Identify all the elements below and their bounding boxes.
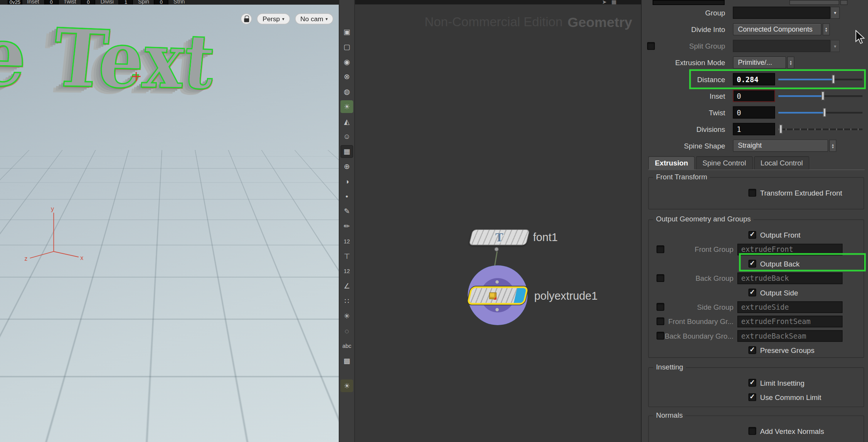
- network-topbar-clipped: ➤ ▦: [355, 0, 641, 4]
- output-front-checkbox[interactable]: ✓: [749, 231, 756, 239]
- shelf-value-box[interactable]: 0: [81, 0, 95, 4]
- checkbox-label: Transform Extruded Front: [760, 189, 842, 197]
- character-pose-icon[interactable]: ☺: [340, 130, 353, 143]
- distance-slider[interactable]: [778, 73, 862, 86]
- spine-shape-dropdown[interactable]: Straight: [733, 140, 828, 152]
- back-boundary-checkbox[interactable]: [656, 332, 664, 339]
- side-group-field[interactable]: extrudeSide: [737, 301, 843, 313]
- front-boundary-checkbox[interactable]: [656, 317, 664, 325]
- front-boundary-field[interactable]: extrudeFrontSeam: [737, 315, 843, 327]
- frame-count2-icon[interactable]: 12: [340, 265, 353, 278]
- shelf-value-box[interactable]: 0: [154, 0, 168, 4]
- pin-icon[interactable]: ⊤: [340, 250, 353, 263]
- group-dropdown-button[interactable]: ▾: [830, 7, 839, 19]
- back-group-checkbox[interactable]: [656, 274, 664, 282]
- divide-into-spinner[interactable]: ▴ ▾: [823, 23, 830, 35]
- inset-slider[interactable]: [778, 90, 862, 102]
- spine-shape-value: Straight: [738, 142, 762, 150]
- extruded-3d-text[interactable]: e Text: [0, 10, 218, 103]
- slider-handle[interactable]: [823, 108, 826, 117]
- split-group-dropdown-button[interactable]: ▾: [830, 40, 839, 52]
- image-plane-icon[interactable]: ▩: [340, 354, 353, 367]
- distance-field[interactable]: 0.284: [733, 73, 775, 86]
- display-options-icon[interactable]: ▣: [340, 25, 353, 38]
- perspective-menu[interactable]: Persp ▾: [257, 13, 290, 24]
- side-group-checkbox[interactable]: [656, 303, 664, 311]
- transform-extruded-front-checkbox[interactable]: [749, 189, 756, 197]
- plus-handle-icon[interactable]: ⊕: [340, 160, 353, 173]
- pointer-icon[interactable]: ➤: [602, 0, 607, 4]
- extrusion-mode-spinner[interactable]: ▴ ▾: [787, 56, 794, 69]
- slider-handle[interactable]: [779, 125, 782, 133]
- split-group-checkbox[interactable]: [647, 42, 655, 50]
- check-icon: ✓: [750, 288, 755, 295]
- viewport-light-icon[interactable]: ☀: [340, 380, 353, 392]
- font1-output-connector[interactable]: [495, 247, 499, 251]
- lock-camera-button[interactable]: [241, 13, 252, 24]
- world-space-icon[interactable]: ◍: [340, 85, 353, 98]
- front-transform-section: Front Transform Transform Extruded Front: [648, 177, 864, 209]
- polyextrude1-input-connector[interactable]: [495, 280, 499, 284]
- front-group-field[interactable]: extrudeFront: [737, 243, 843, 255]
- edit-pencil-icon[interactable]: ✎: [340, 205, 353, 218]
- polyextrude1-node[interactable]: [467, 287, 528, 305]
- camera-select-label: No cam: [300, 15, 323, 23]
- tab-local-control[interactable]: Local Control: [754, 156, 809, 169]
- shelf-value-box[interactable]: 0: [44, 0, 58, 4]
- point-marker-icon[interactable]: •: [340, 190, 353, 203]
- polyextrude1-output-connector[interactable]: [495, 308, 499, 312]
- viewport-camera-bar: Persp ▾ No cam ▾: [241, 13, 333, 24]
- distance-label: Distance: [642, 75, 733, 84]
- divisions-slider[interactable]: [778, 123, 862, 135]
- output-back-checkbox[interactable]: ✓: [749, 260, 756, 268]
- polyextrude1-node-label[interactable]: polyextrude1: [534, 290, 597, 302]
- shelf-strip-clipped: 0v25 Inset 0 Twist 0 Divisi 1 Spin 0 Str…: [0, 0, 339, 4]
- frame-count-icon[interactable]: 12: [340, 235, 353, 248]
- perspective-menu-label: Persp: [262, 15, 280, 23]
- dashed-circle-icon[interactable]: ◌: [340, 325, 353, 337]
- sparkle-icon[interactable]: ✳: [340, 310, 353, 322]
- inset-field[interactable]: 0: [733, 90, 775, 102]
- shelf-value-box[interactable]: 0v25: [8, 0, 22, 4]
- dots-grid-icon[interactable]: ∷: [340, 295, 353, 307]
- back-group-field[interactable]: extrudeBack: [737, 272, 843, 284]
- snapshot-icon[interactable]: ▢: [340, 40, 353, 53]
- camera-select-menu[interactable]: No cam ▾: [295, 13, 333, 24]
- output-side-checkbox[interactable]: ✓: [749, 288, 756, 296]
- group-field[interactable]: [733, 7, 831, 19]
- divide-into-dropdown[interactable]: Connected Components: [733, 23, 822, 35]
- slider-handle[interactable]: [821, 91, 824, 100]
- annotate-pencil-icon[interactable]: ✏: [340, 220, 353, 233]
- lock-camera-icon[interactable]: ◉: [340, 56, 353, 68]
- preserve-groups-checkbox[interactable]: ✓: [749, 346, 756, 354]
- tab-extrusion[interactable]: Extrusion: [648, 156, 695, 169]
- scene-viewport[interactable]: 0v25 Inset 0 Twist 0 Divisi 1 Spin 0 Str…: [0, 0, 339, 442]
- limit-insetting-checkbox[interactable]: ✓: [749, 379, 756, 386]
- headlight-icon[interactable]: ☀: [340, 100, 353, 113]
- front-group-row: Front Group extrudeFront: [649, 242, 863, 256]
- angle-ruler-icon[interactable]: ∠: [340, 280, 353, 292]
- extrusion-mode-dropdown[interactable]: Primitive/...: [733, 56, 786, 69]
- add-vertex-normals-checkbox[interactable]: [749, 427, 756, 435]
- abc-label-icon[interactable]: abc: [340, 339, 353, 352]
- twist-field[interactable]: 0: [733, 106, 775, 119]
- back-boundary-field[interactable]: extrudeBackSeam: [737, 330, 843, 341]
- cone-light-icon[interactable]: ◭: [340, 115, 353, 128]
- output-front-row: ✓ Output Front: [649, 228, 863, 242]
- divisions-field[interactable]: 1: [733, 123, 775, 135]
- slider-handle[interactable]: [832, 75, 835, 84]
- geometry-box-icon[interactable]: ▦: [340, 145, 353, 158]
- spine-shape-spinner[interactable]: ▴ ▾: [829, 140, 836, 152]
- use-common-limit-checkbox[interactable]: ✓: [749, 393, 756, 401]
- shade-icon[interactable]: ◑: [340, 175, 353, 188]
- font1-node-label[interactable]: font1: [533, 231, 558, 244]
- deselect-icon[interactable]: ⊗: [340, 70, 353, 83]
- split-group-field[interactable]: [733, 40, 831, 52]
- font1-node[interactable]: T: [469, 229, 530, 246]
- network-editor[interactable]: ➤ ▦ Non-Commercial Edition Geometry T fo…: [355, 0, 641, 442]
- tab-spine-control[interactable]: Spine Control: [696, 156, 753, 169]
- front-group-checkbox[interactable]: [656, 245, 664, 253]
- grid-icon[interactable]: ▦: [611, 0, 617, 4]
- twist-slider[interactable]: [778, 106, 862, 119]
- shelf-value-box[interactable]: 1: [119, 0, 133, 4]
